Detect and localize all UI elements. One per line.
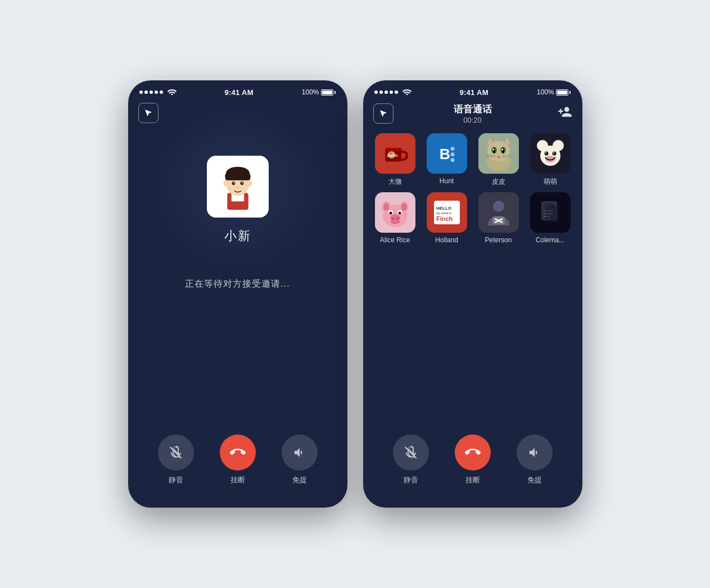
name-holland: Holland — [435, 236, 458, 244]
phone-hangup-icon-1 — [230, 445, 246, 460]
call-duration: 00:20 — [463, 116, 482, 124]
svg-point-10 — [247, 180, 252, 187]
name-peterson: Peterson — [485, 236, 512, 244]
waiting-text: 正在等待对方接受邀请... — [185, 278, 290, 290]
cat-svg — [478, 133, 519, 174]
speaker-icon-2 — [528, 446, 541, 459]
control-buttons-2: 静音 挂断 — [380, 435, 566, 485]
mug-svg: Zelten — [382, 140, 409, 167]
add-person-button[interactable] — [552, 105, 572, 123]
svg-point-43 — [544, 152, 548, 156]
mute-button-2[interactable] — [393, 435, 429, 471]
speaker-icon-1 — [293, 446, 306, 459]
svg-point-6 — [233, 182, 234, 183]
signal-area-1 — [139, 88, 177, 97]
participant-coleman: Colema... — [527, 192, 573, 244]
svg-text:B: B — [439, 146, 450, 162]
dot5b — [395, 91, 398, 94]
avatar-dawei: Zelten — [375, 133, 415, 174]
participant-mengmeng: 萌萌 — [527, 133, 573, 187]
svg-text:my name is: my name is — [436, 211, 451, 215]
hangup-label-1: 挂断 — [230, 475, 245, 485]
speaker-button-1[interactable] — [282, 435, 318, 471]
svg-point-48 — [549, 156, 552, 158]
name-hunt: Hunt — [440, 177, 454, 185]
mute-button-1[interactable] — [158, 435, 194, 471]
participant-peterson: Peterson — [476, 192, 522, 244]
dot4b — [390, 91, 393, 94]
svg-point-54 — [401, 203, 407, 211]
dot1b — [374, 91, 378, 94]
avatar-hunt: B — [427, 133, 467, 174]
dot3b — [385, 91, 388, 94]
cartoon-avatar-svg — [212, 161, 263, 212]
speaker-group-1: 免提 — [282, 435, 318, 485]
battery-pct-2: 100% — [537, 88, 554, 96]
phone-hangup-icon-2 — [465, 445, 481, 460]
pig-svg — [378, 196, 412, 229]
dot2b — [379, 91, 383, 94]
svg-point-58 — [398, 212, 401, 215]
svg-point-59 — [390, 214, 400, 222]
avatar-pipi — [478, 133, 519, 174]
participant-holland: HELLO my name is Finch Holland — [424, 192, 470, 244]
svg-text:HELLO: HELLO — [436, 206, 451, 211]
hunt-svg: B — [433, 139, 461, 168]
svg-point-61 — [396, 218, 399, 220]
hangup-label-2: 挂断 — [465, 475, 480, 485]
svg-point-68 — [493, 201, 504, 212]
svg-text:Finch: Finch — [436, 215, 453, 222]
svg-point-21 — [450, 158, 454, 162]
caller-avatar-container — [207, 156, 269, 218]
hangup-group-2: 挂断 — [455, 435, 491, 485]
caller-avatar — [207, 156, 269, 218]
battery-area-1: 100% — [302, 88, 336, 96]
wifi-icon-2 — [403, 88, 411, 97]
avatar-alice — [375, 192, 415, 233]
dot1 — [139, 91, 143, 94]
svg-point-20 — [450, 152, 454, 156]
hangup-button-1[interactable] — [220, 435, 256, 471]
battery-icon-1 — [321, 89, 336, 96]
svg-point-8 — [236, 187, 239, 188]
svg-point-44 — [552, 152, 556, 156]
signal-dots-1 — [139, 91, 163, 94]
nav-bar-1 — [128, 101, 347, 128]
svg-rect-12 — [385, 148, 401, 151]
svg-point-46 — [553, 152, 554, 153]
svg-point-45 — [545, 152, 546, 153]
name-coleman: Colema... — [536, 236, 564, 244]
finch-svg: HELLO my name is Finch — [431, 196, 463, 229]
svg-point-9 — [223, 180, 228, 187]
hangup-group-1: 挂断 — [220, 435, 256, 485]
svg-point-53 — [383, 203, 389, 211]
speaker-button-2[interactable] — [517, 435, 553, 471]
dot4 — [155, 91, 158, 94]
logo-btn-2[interactable] — [373, 103, 394, 124]
name-pipi: 皮皮 — [492, 177, 505, 187]
cartoon-svg — [533, 137, 567, 170]
phone2-content: Zelten 大微 B — [363, 129, 582, 423]
mic-off-icon-1 — [169, 446, 183, 459]
caller-name: 小新 — [224, 228, 251, 245]
battery-pct-1: 100% — [302, 88, 319, 96]
hangup-button-2[interactable] — [455, 435, 491, 471]
svg-point-33 — [492, 149, 494, 151]
time-1: 9:41 AM — [224, 88, 253, 97]
avatar-peterson — [478, 192, 519, 233]
svg-point-31 — [493, 148, 495, 153]
svg-point-7 — [242, 182, 243, 183]
peterson-svg — [482, 196, 515, 229]
svg-point-19 — [450, 147, 454, 151]
cursor-icon-1 — [143, 108, 153, 118]
avatar-mengmeng — [530, 133, 571, 174]
svg-rect-78 — [545, 205, 559, 222]
logo-btn-1[interactable] — [138, 103, 159, 123]
phones-container: 9:41 AM 100% — [111, 64, 599, 524]
mic-off-icon-2 — [404, 446, 418, 459]
speaker-group-2: 免提 — [517, 435, 553, 485]
status-bar-1: 9:41 AM 100% — [128, 80, 347, 101]
participants-grid: Zelten 大微 B — [372, 133, 573, 244]
battery-icon-2 — [556, 89, 571, 96]
name-dawei: 大微 — [388, 177, 402, 187]
